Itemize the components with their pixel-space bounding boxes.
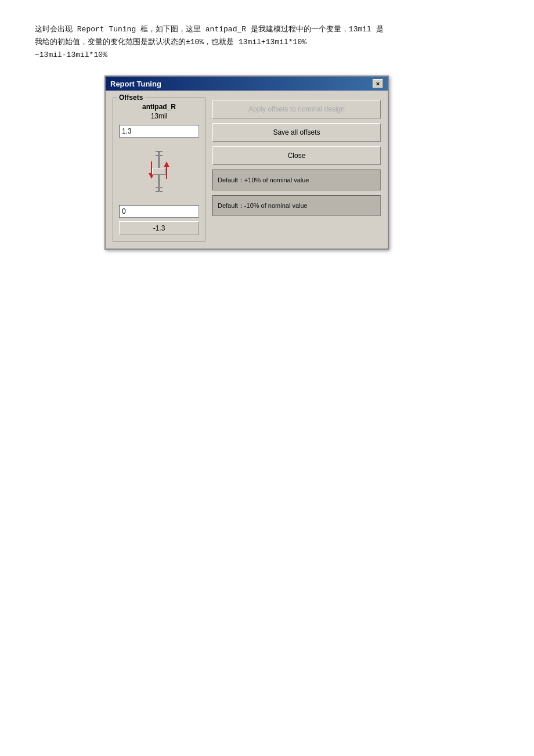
dialog-title: Report Tuning — [110, 80, 161, 88]
offsets-legend-label: Offsets — [117, 93, 145, 102]
default-positive-info: Default：+10% of nominal value — [212, 170, 381, 190]
offsets-panel: Offsets antipad_R 13mil — [113, 98, 205, 242]
desc-line1: 这时会出现 Report Tuning 框，如下图，这里 antipad_R 是… — [35, 25, 384, 34]
svg-marker-3 — [164, 161, 169, 167]
desc-line2: 我给的初始值，变量的变化范围是默认状态的±10%，也就是 13mil+13mil… — [35, 38, 306, 46]
dialog-body: Offsets antipad_R 13mil — [106, 91, 388, 249]
dialog-titlebar: Report Tuning × — [106, 77, 388, 91]
desc-line3: ~13mil-13mil*10% — [35, 51, 107, 59]
variable-name: antipad_R — [119, 103, 199, 111]
save-all-offsets-button[interactable]: Save all offsets — [212, 123, 381, 142]
close-button[interactable]: Close — [212, 146, 381, 165]
slider-thumb[interactable] — [152, 168, 166, 175]
lower-value-button[interactable]: -1.3 — [119, 221, 199, 235]
default-negative-info: Default：-10% of nominal value — [212, 195, 381, 216]
dialog-close-icon[interactable]: × — [373, 79, 383, 88]
description-block: 这时会出现 Report Tuning 框，如下图，这里 antipad_R 是… — [35, 23, 499, 62]
report-tuning-dialog: Report Tuning × Offsets antipad_R 13mil — [104, 75, 389, 250]
variable-value: 13mil — [119, 112, 199, 120]
apply-offsets-button[interactable]: Apply offsets to nominal design — [212, 100, 381, 118]
buttons-panel: Apply offsets to nominal design Save all… — [212, 98, 381, 242]
current-value-input[interactable] — [119, 205, 199, 218]
upper-value-input[interactable] — [119, 125, 199, 138]
